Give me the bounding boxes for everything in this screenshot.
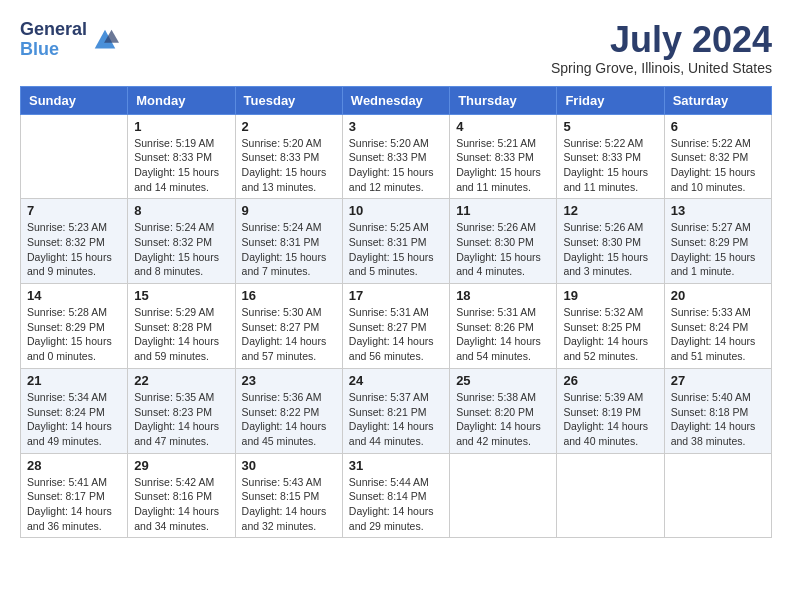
title-block: July 2024 Spring Grove, Illinois, United…	[551, 20, 772, 76]
logo: General Blue	[20, 20, 119, 60]
day-number: 24	[349, 373, 443, 388]
calendar-cell	[21, 114, 128, 199]
calendar-cell: 19Sunrise: 5:32 AM Sunset: 8:25 PM Dayli…	[557, 284, 664, 369]
calendar-cell: 3Sunrise: 5:20 AM Sunset: 8:33 PM Daylig…	[342, 114, 449, 199]
calendar-cell: 17Sunrise: 5:31 AM Sunset: 8:27 PM Dayli…	[342, 284, 449, 369]
calendar-cell: 5Sunrise: 5:22 AM Sunset: 8:33 PM Daylig…	[557, 114, 664, 199]
day-detail: Sunrise: 5:24 AM Sunset: 8:32 PM Dayligh…	[134, 220, 228, 279]
day-detail: Sunrise: 5:23 AM Sunset: 8:32 PM Dayligh…	[27, 220, 121, 279]
calendar-header-row: SundayMondayTuesdayWednesdayThursdayFrid…	[21, 86, 772, 114]
calendar-cell: 22Sunrise: 5:35 AM Sunset: 8:23 PM Dayli…	[128, 368, 235, 453]
calendar-cell	[664, 453, 771, 538]
day-number: 12	[563, 203, 657, 218]
day-detail: Sunrise: 5:22 AM Sunset: 8:32 PM Dayligh…	[671, 136, 765, 195]
calendar-week-row: 7Sunrise: 5:23 AM Sunset: 8:32 PM Daylig…	[21, 199, 772, 284]
calendar-week-row: 28Sunrise: 5:41 AM Sunset: 8:17 PM Dayli…	[21, 453, 772, 538]
location-subtitle: Spring Grove, Illinois, United States	[551, 60, 772, 76]
day-number: 8	[134, 203, 228, 218]
calendar-cell: 30Sunrise: 5:43 AM Sunset: 8:15 PM Dayli…	[235, 453, 342, 538]
day-number: 22	[134, 373, 228, 388]
day-detail: Sunrise: 5:31 AM Sunset: 8:27 PM Dayligh…	[349, 305, 443, 364]
day-detail: Sunrise: 5:39 AM Sunset: 8:19 PM Dayligh…	[563, 390, 657, 449]
column-header-sunday: Sunday	[21, 86, 128, 114]
day-detail: Sunrise: 5:28 AM Sunset: 8:29 PM Dayligh…	[27, 305, 121, 364]
day-number: 11	[456, 203, 550, 218]
column-header-friday: Friday	[557, 86, 664, 114]
calendar-cell: 7Sunrise: 5:23 AM Sunset: 8:32 PM Daylig…	[21, 199, 128, 284]
day-number: 2	[242, 119, 336, 134]
day-detail: Sunrise: 5:29 AM Sunset: 8:28 PM Dayligh…	[134, 305, 228, 364]
day-detail: Sunrise: 5:40 AM Sunset: 8:18 PM Dayligh…	[671, 390, 765, 449]
calendar-cell: 4Sunrise: 5:21 AM Sunset: 8:33 PM Daylig…	[450, 114, 557, 199]
day-detail: Sunrise: 5:42 AM Sunset: 8:16 PM Dayligh…	[134, 475, 228, 534]
day-number: 7	[27, 203, 121, 218]
day-number: 21	[27, 373, 121, 388]
day-detail: Sunrise: 5:35 AM Sunset: 8:23 PM Dayligh…	[134, 390, 228, 449]
calendar-week-row: 1Sunrise: 5:19 AM Sunset: 8:33 PM Daylig…	[21, 114, 772, 199]
day-detail: Sunrise: 5:38 AM Sunset: 8:20 PM Dayligh…	[456, 390, 550, 449]
calendar-cell: 12Sunrise: 5:26 AM Sunset: 8:30 PM Dayli…	[557, 199, 664, 284]
day-number: 13	[671, 203, 765, 218]
day-number: 5	[563, 119, 657, 134]
calendar-cell: 20Sunrise: 5:33 AM Sunset: 8:24 PM Dayli…	[664, 284, 771, 369]
day-detail: Sunrise: 5:26 AM Sunset: 8:30 PM Dayligh…	[563, 220, 657, 279]
calendar-cell: 26Sunrise: 5:39 AM Sunset: 8:19 PM Dayli…	[557, 368, 664, 453]
calendar-cell: 28Sunrise: 5:41 AM Sunset: 8:17 PM Dayli…	[21, 453, 128, 538]
day-number: 18	[456, 288, 550, 303]
column-header-wednesday: Wednesday	[342, 86, 449, 114]
day-detail: Sunrise: 5:32 AM Sunset: 8:25 PM Dayligh…	[563, 305, 657, 364]
column-header-tuesday: Tuesday	[235, 86, 342, 114]
day-detail: Sunrise: 5:21 AM Sunset: 8:33 PM Dayligh…	[456, 136, 550, 195]
day-number: 14	[27, 288, 121, 303]
day-detail: Sunrise: 5:44 AM Sunset: 8:14 PM Dayligh…	[349, 475, 443, 534]
day-number: 19	[563, 288, 657, 303]
calendar-cell: 8Sunrise: 5:24 AM Sunset: 8:32 PM Daylig…	[128, 199, 235, 284]
day-number: 1	[134, 119, 228, 134]
day-detail: Sunrise: 5:20 AM Sunset: 8:33 PM Dayligh…	[242, 136, 336, 195]
day-detail: Sunrise: 5:37 AM Sunset: 8:21 PM Dayligh…	[349, 390, 443, 449]
day-detail: Sunrise: 5:41 AM Sunset: 8:17 PM Dayligh…	[27, 475, 121, 534]
calendar-cell: 27Sunrise: 5:40 AM Sunset: 8:18 PM Dayli…	[664, 368, 771, 453]
column-header-saturday: Saturday	[664, 86, 771, 114]
calendar-cell: 21Sunrise: 5:34 AM Sunset: 8:24 PM Dayli…	[21, 368, 128, 453]
calendar-cell: 18Sunrise: 5:31 AM Sunset: 8:26 PM Dayli…	[450, 284, 557, 369]
calendar-week-row: 14Sunrise: 5:28 AM Sunset: 8:29 PM Dayli…	[21, 284, 772, 369]
calendar-cell: 13Sunrise: 5:27 AM Sunset: 8:29 PM Dayli…	[664, 199, 771, 284]
day-detail: Sunrise: 5:34 AM Sunset: 8:24 PM Dayligh…	[27, 390, 121, 449]
calendar-cell: 9Sunrise: 5:24 AM Sunset: 8:31 PM Daylig…	[235, 199, 342, 284]
day-detail: Sunrise: 5:31 AM Sunset: 8:26 PM Dayligh…	[456, 305, 550, 364]
calendar-cell: 6Sunrise: 5:22 AM Sunset: 8:32 PM Daylig…	[664, 114, 771, 199]
day-number: 26	[563, 373, 657, 388]
day-number: 3	[349, 119, 443, 134]
calendar-cell	[557, 453, 664, 538]
logo-icon	[91, 26, 119, 54]
day-detail: Sunrise: 5:27 AM Sunset: 8:29 PM Dayligh…	[671, 220, 765, 279]
calendar-week-row: 21Sunrise: 5:34 AM Sunset: 8:24 PM Dayli…	[21, 368, 772, 453]
calendar-cell	[450, 453, 557, 538]
day-number: 15	[134, 288, 228, 303]
page-header: General Blue July 2024 Spring Grove, Ill…	[20, 20, 772, 76]
day-detail: Sunrise: 5:25 AM Sunset: 8:31 PM Dayligh…	[349, 220, 443, 279]
day-number: 20	[671, 288, 765, 303]
day-number: 25	[456, 373, 550, 388]
calendar-cell: 14Sunrise: 5:28 AM Sunset: 8:29 PM Dayli…	[21, 284, 128, 369]
logo-blue: Blue	[20, 40, 87, 60]
column-header-thursday: Thursday	[450, 86, 557, 114]
calendar-cell: 31Sunrise: 5:44 AM Sunset: 8:14 PM Dayli…	[342, 453, 449, 538]
calendar-cell: 15Sunrise: 5:29 AM Sunset: 8:28 PM Dayli…	[128, 284, 235, 369]
calendar-cell: 24Sunrise: 5:37 AM Sunset: 8:21 PM Dayli…	[342, 368, 449, 453]
day-number: 30	[242, 458, 336, 473]
day-number: 29	[134, 458, 228, 473]
day-number: 4	[456, 119, 550, 134]
calendar-cell: 1Sunrise: 5:19 AM Sunset: 8:33 PM Daylig…	[128, 114, 235, 199]
calendar-cell: 11Sunrise: 5:26 AM Sunset: 8:30 PM Dayli…	[450, 199, 557, 284]
day-detail: Sunrise: 5:30 AM Sunset: 8:27 PM Dayligh…	[242, 305, 336, 364]
day-detail: Sunrise: 5:20 AM Sunset: 8:33 PM Dayligh…	[349, 136, 443, 195]
day-detail: Sunrise: 5:19 AM Sunset: 8:33 PM Dayligh…	[134, 136, 228, 195]
day-number: 16	[242, 288, 336, 303]
day-number: 23	[242, 373, 336, 388]
calendar-cell: 2Sunrise: 5:20 AM Sunset: 8:33 PM Daylig…	[235, 114, 342, 199]
day-number: 10	[349, 203, 443, 218]
day-detail: Sunrise: 5:36 AM Sunset: 8:22 PM Dayligh…	[242, 390, 336, 449]
day-number: 17	[349, 288, 443, 303]
